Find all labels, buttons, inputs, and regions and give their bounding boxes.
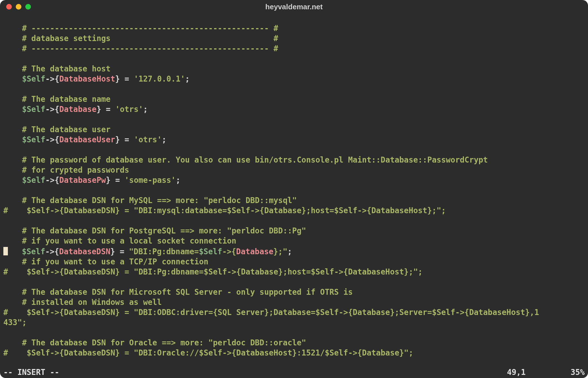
code-line: # The database host bbox=[3, 64, 111, 73]
window-controls bbox=[6, 4, 31, 10]
titlebar: heyvaldemar.net bbox=[0, 0, 588, 14]
code-line: # The database DSN for PostgreSQL ==> mo… bbox=[3, 226, 306, 235]
code-line-active: $Self->{DatabaseDSN} = "DBI:Pg:dbname=$S… bbox=[3, 247, 292, 256]
minimize-icon[interactable] bbox=[16, 4, 21, 10]
terminal-window: heyvaldemar.net # ----------------------… bbox=[0, 0, 588, 378]
close-icon[interactable] bbox=[6, 4, 12, 10]
code-line: # for crypted passwords bbox=[3, 165, 129, 174]
code-line: # $Self->{DatabaseDSN} = "DBI:mysql:data… bbox=[3, 206, 446, 215]
vim-mode: -- INSERT -- bbox=[3, 368, 59, 377]
code-line: # $Self->{DatabaseDSN} = "DBI:Oracle://$… bbox=[3, 348, 413, 357]
code-line: 433"; bbox=[3, 318, 27, 327]
scroll-percent: 35% bbox=[571, 368, 585, 377]
code-line: # installed on Windows as well bbox=[3, 298, 162, 307]
window-title: heyvaldemar.net bbox=[0, 3, 588, 11]
status-bar: -- INSERT -- 49,1 35% bbox=[0, 366, 588, 378]
code-line: $Self->{DatabaseUser} = 'otrs'; bbox=[3, 135, 167, 144]
code-line: $Self->{DatabasePw} = 'some-pass'; bbox=[3, 176, 180, 184]
cursor-position: 49,1 bbox=[507, 368, 526, 377]
code-line: $Self->{Database} = 'otrs'; bbox=[3, 105, 148, 114]
code-line: # The database DSN for Oracle ==> more: … bbox=[3, 338, 306, 347]
code-line: # if you want to use a local socket conn… bbox=[3, 236, 236, 245]
code-line: # database settings # bbox=[3, 34, 278, 43]
code-line: # The database name bbox=[3, 94, 111, 104]
code-line: # The database DSN for Microsoft SQL Ser… bbox=[3, 287, 353, 296]
code-line: # $Self->{DatabaseDSN} = "DBI:Pg:dbname=… bbox=[3, 267, 423, 276]
code-line: # The database DSN for MySQL ==> more: "… bbox=[3, 196, 297, 205]
code-line: $Self->{DatabaseHost} = '127.0.0.1'; bbox=[3, 74, 190, 83]
code-line: # $Self->{DatabaseDSN} = "DBI:ODBC:drive… bbox=[3, 308, 539, 317]
code-line: # if you want to use a TCP/IP connection bbox=[3, 257, 208, 266]
code-line: # --------------------------------------… bbox=[3, 44, 278, 53]
maximize-icon[interactable] bbox=[25, 4, 31, 10]
code-line: # The password of database user. You als… bbox=[3, 155, 488, 164]
code-line: # The database user bbox=[3, 125, 111, 134]
editor-content[interactable]: # --------------------------------------… bbox=[0, 14, 588, 366]
cursor-icon bbox=[3, 247, 8, 255]
code-line: # --------------------------------------… bbox=[3, 24, 278, 33]
